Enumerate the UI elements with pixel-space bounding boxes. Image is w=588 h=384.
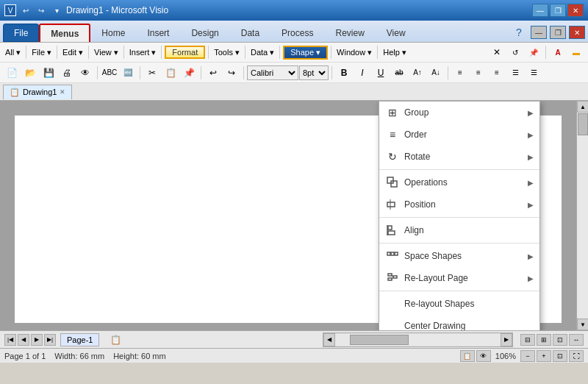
- format-dropdown-btn[interactable]: Format: [165, 46, 205, 59]
- ribbon-minimize-btn[interactable]: —: [531, 26, 547, 39]
- fit-page-btn[interactable]: ⊡: [553, 334, 567, 346]
- close-btn[interactable]: ✕: [567, 4, 584, 17]
- status-preview-btn[interactable]: 👁: [476, 350, 491, 362]
- scroll-thumb-v[interactable]: [578, 113, 588, 135]
- tab-view[interactable]: View: [376, 24, 417, 42]
- minimize-btn[interactable]: —: [532, 4, 548, 17]
- scroll-down-btn[interactable]: ▼: [577, 319, 588, 330]
- open-icon[interactable]: 📂: [21, 65, 39, 81]
- menu-item-order[interactable]: ≡ Order ▶: [379, 124, 539, 146]
- status-layout-btn[interactable]: 📋: [460, 350, 475, 362]
- align-right-icon[interactable]: ≡: [488, 65, 506, 81]
- zoom-in-btn[interactable]: ⊞: [537, 334, 551, 346]
- text-red-icon[interactable]: A: [549, 44, 567, 60]
- scroll-up-btn[interactable]: ▲: [577, 101, 588, 113]
- edit-dropdown[interactable]: Edit ▾: [60, 47, 85, 58]
- redo-quick-btn[interactable]: ↪: [35, 4, 48, 17]
- menu-item-group[interactable]: ⊞ Group ▶: [379, 102, 539, 124]
- menu-item-align[interactable]: Align: [379, 219, 539, 241]
- undo-quick-btn[interactable]: ↩: [19, 4, 32, 17]
- menu-item-relayout-shapes[interactable]: Re-layout Shapes: [379, 293, 539, 315]
- fit-width-btn[interactable]: ↔: [569, 334, 584, 346]
- menu-item-operations[interactable]: Operations ▶: [379, 171, 539, 193]
- add-page-icon[interactable]: 📋: [107, 332, 124, 348]
- help-btn[interactable]: ?: [510, 24, 528, 40]
- align-left-icon[interactable]: ≡: [451, 65, 469, 81]
- highlight-icon[interactable]: ▬: [567, 44, 585, 60]
- print-icon[interactable]: 🖨: [58, 65, 76, 81]
- align-center-icon[interactable]: ≡: [470, 65, 487, 81]
- status-zoom-out-btn[interactable]: −: [520, 350, 535, 362]
- translate-icon[interactable]: 🔤: [119, 65, 137, 81]
- help-dropdown[interactable]: Help ▾: [381, 47, 409, 58]
- menu-item-rotate[interactable]: ↻ Rotate ▶: [379, 146, 539, 168]
- tab-insert[interactable]: Insert: [136, 24, 180, 42]
- scroll-track-h[interactable]: [335, 334, 501, 346]
- font-size-grow-icon[interactable]: A↑: [409, 65, 426, 81]
- ribbon-restore-btn[interactable]: ❐: [550, 26, 566, 39]
- tab-design[interactable]: Design: [180, 24, 229, 42]
- scroll-track-v[interactable]: [577, 113, 588, 319]
- font-select[interactable]: Calibri: [247, 65, 298, 80]
- spellcheck-icon[interactable]: ABC: [101, 65, 118, 81]
- pin-icon[interactable]: 📌: [525, 44, 542, 60]
- cut-icon[interactable]: ✂: [143, 65, 161, 81]
- preview-icon[interactable]: 👁: [76, 65, 94, 81]
- zoom-level: 106%: [495, 352, 516, 360]
- zoom-out-btn[interactable]: ⊟: [520, 334, 535, 346]
- horizontal-scrollbar[interactable]: ◀ ▶: [323, 333, 513, 347]
- prev-page-btn[interactable]: ◀: [18, 334, 29, 346]
- doc-icon: 📋: [10, 88, 20, 97]
- italic-btn[interactable]: I: [354, 65, 371, 81]
- redo-icon[interactable]: ↪: [223, 65, 240, 81]
- doc-tab-drawing1[interactable]: 📋 Drawing1 ✕: [3, 85, 72, 99]
- insert-dropdown[interactable]: Insert ▾: [127, 47, 159, 58]
- all-dropdown[interactable]: All ▾: [3, 47, 23, 58]
- tab-review[interactable]: Review: [324, 24, 375, 42]
- doc-tab-close-btn[interactable]: ✕: [60, 88, 65, 96]
- menu-item-position[interactable]: Position ▶: [379, 193, 539, 216]
- align-justify-icon[interactable]: ☰: [506, 65, 524, 81]
- tools-dropdown[interactable]: Tools ▾: [212, 47, 242, 58]
- status-fit-btn[interactable]: ⊡: [553, 350, 567, 362]
- size-select[interactable]: 8pt: [299, 65, 329, 80]
- next-page-btn[interactable]: ▶: [31, 334, 43, 346]
- paste-icon[interactable]: 📌: [180, 65, 198, 81]
- menu-item-relayout-page[interactable]: Re-Layout Page ▶: [379, 267, 539, 289]
- bullets-icon[interactable]: ☰: [525, 65, 542, 81]
- new-icon[interactable]: 📄: [3, 65, 21, 81]
- shape-dropdown-btn[interactable]: Shape ▾: [283, 46, 328, 60]
- scroll-thumb-h[interactable]: [350, 335, 409, 345]
- scroll-right-btn[interactable]: ▶: [501, 333, 512, 346]
- save-icon[interactable]: 💾: [40, 65, 57, 81]
- qa-dropdown-btn[interactable]: ▾: [50, 4, 63, 17]
- file-dropdown[interactable]: File ▾: [29, 47, 54, 58]
- status-zoom-in-btn[interactable]: +: [537, 350, 551, 362]
- tab-home[interactable]: Home: [90, 24, 136, 42]
- window-dropdown[interactable]: Window ▾: [334, 47, 374, 58]
- strikethrough-btn[interactable]: ab: [390, 65, 408, 81]
- data-dropdown[interactable]: Data ▾: [248, 47, 276, 58]
- ribbon-close-btn[interactable]: ✕: [569, 26, 585, 39]
- status-fullscreen-btn[interactable]: ⛶: [569, 350, 584, 362]
- canvas-area[interactable]: ⊞ Group ▶ ≡ Order ▶ ↻ Rotate ▶: [0, 101, 576, 330]
- tab-process[interactable]: Process: [270, 24, 324, 42]
- menu-item-center-drawing[interactable]: Center Drawing: [379, 315, 539, 330]
- menu-item-space-shapes[interactable]: Space Shapes ▶: [379, 245, 539, 267]
- underline-btn[interactable]: U: [372, 65, 390, 81]
- scroll-left-btn[interactable]: ◀: [323, 333, 335, 346]
- first-page-btn[interactable]: |◀: [4, 334, 16, 346]
- close-doc-icon[interactable]: ✕: [488, 44, 506, 60]
- tab-data[interactable]: Data: [230, 24, 270, 42]
- copy-icon[interactable]: 📋: [162, 65, 179, 81]
- last-page-btn[interactable]: ▶|: [44, 334, 56, 346]
- bold-btn[interactable]: B: [335, 65, 353, 81]
- view-dropdown[interactable]: View ▾: [92, 47, 121, 58]
- maximize-btn[interactable]: ❐: [550, 4, 566, 17]
- tab-menus[interactable]: Menus: [39, 24, 90, 42]
- page-1-tab[interactable]: Page-1: [60, 333, 99, 346]
- spin-icon[interactable]: ↺: [506, 44, 524, 60]
- tab-file[interactable]: File: [3, 24, 39, 42]
- font-size-shrink-icon[interactable]: A↓: [427, 65, 445, 81]
- undo-icon[interactable]: ↩: [204, 65, 222, 81]
